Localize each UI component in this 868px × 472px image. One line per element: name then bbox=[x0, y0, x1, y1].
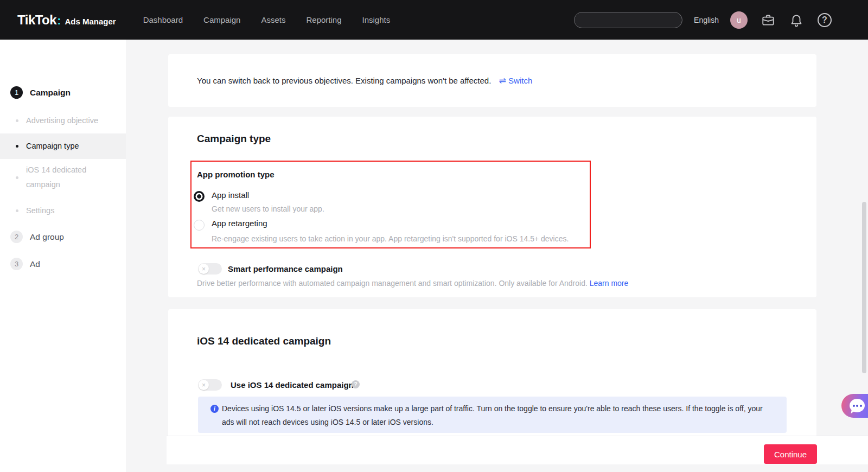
chat-support-fab[interactable] bbox=[841, 394, 868, 418]
sidebar-step-ad[interactable]: 3 Ad bbox=[0, 258, 126, 270]
radio-app-install-description: Get new users to install your app. bbox=[212, 205, 324, 213]
toggle-off-x-icon: × bbox=[199, 264, 209, 274]
app-promotion-type-label: App promotion type bbox=[197, 170, 275, 179]
radio-app-retargeting-description: Re-engage existing users to take action … bbox=[212, 234, 569, 243]
bullet-dot-icon bbox=[16, 176, 18, 179]
nav-assets[interactable]: Assets bbox=[261, 15, 285, 24]
campaign-type-heading: Campaign type bbox=[197, 133, 271, 145]
main-nav: Dashboard Campaign Assets Reporting Insi… bbox=[143, 15, 391, 24]
smart-performance-description: Drive better performance with automated … bbox=[197, 279, 588, 288]
vertical-scrollbar[interactable] bbox=[862, 202, 866, 373]
nav-insights[interactable]: Insights bbox=[362, 15, 391, 24]
swap-arrows-icon: ⇌ bbox=[499, 76, 506, 85]
sidebar-item-ios14-dedicated-campaign[interactable]: iOS 14 dedicated campaign bbox=[0, 160, 126, 195]
logo-product-name: Ads Manager bbox=[65, 17, 116, 26]
bullet-dot-icon bbox=[16, 119, 18, 122]
sidebar-item-advertising-objective[interactable]: Advertising objective bbox=[0, 113, 126, 127]
sidebar: 1 Campaign Advertising objective Campaig… bbox=[0, 40, 126, 472]
campaign-type-card: Campaign type App promotion type App ins… bbox=[168, 117, 816, 297]
learn-more-link[interactable]: Learn more bbox=[590, 279, 629, 288]
bullet-dot-icon bbox=[16, 145, 18, 148]
step-number-badge: 1 bbox=[10, 86, 23, 99]
footer-action-bar: Continue bbox=[167, 436, 868, 464]
sidebar-step-campaign[interactable]: 1 Campaign bbox=[0, 86, 126, 99]
step-label: Campaign bbox=[30, 88, 71, 98]
ios14-info-box: i Devices using iOS 14.5 or later iOS ve… bbox=[198, 397, 787, 433]
toggle-off-x-icon: × bbox=[199, 380, 209, 390]
radio-app-install-label[interactable]: App install bbox=[212, 190, 249, 200]
top-bar: TikTok : Ads Manager Dashboard Campaign … bbox=[0, 0, 868, 40]
avatar[interactable]: u bbox=[730, 11, 748, 29]
ios14-help-tooltip-icon[interactable]: ? bbox=[352, 380, 360, 388]
smart-performance-label: Smart performance campaign bbox=[228, 264, 343, 273]
use-ios14-label: Use iOS 14 dedicated campaign bbox=[231, 380, 354, 390]
notice-text: You can switch back to previous objectiv… bbox=[197, 76, 491, 85]
ios14-dedicated-campaign-card: iOS 14 dedicated campaign × Use iOS 14 d… bbox=[168, 309, 816, 436]
logo-wordmark: TikTok bbox=[17, 12, 56, 28]
chat-bubble-icon bbox=[850, 399, 865, 412]
sidebar-item-label: Campaign type bbox=[26, 139, 79, 154]
workspace-briefcase-icon[interactable] bbox=[761, 12, 776, 28]
tiktok-logo: TikTok : Ads Manager bbox=[17, 12, 116, 28]
notifications-bell-icon[interactable] bbox=[789, 12, 804, 28]
radio-app-retargeting-label[interactable]: App retargeting bbox=[212, 219, 267, 228]
continue-button[interactable]: Continue bbox=[764, 444, 817, 464]
top-bar-right: English u ? bbox=[574, 0, 868, 40]
step-number-badge: 3 bbox=[10, 258, 23, 270]
smart-performance-toggle[interactable]: × bbox=[198, 263, 222, 275]
use-ios14-toggle[interactable]: × bbox=[198, 379, 222, 391]
objective-switch-notice-card: You can switch back to previous objectiv… bbox=[168, 54, 816, 107]
radio-app-retargeting[interactable] bbox=[194, 220, 205, 231]
ios14-info-text: Devices using iOS 14.5 or later iOS vers… bbox=[222, 402, 769, 429]
sidebar-item-label: Settings bbox=[26, 203, 54, 218]
sidebar-item-label: iOS 14 dedicated campaign bbox=[26, 163, 97, 192]
radio-app-install[interactable] bbox=[194, 191, 205, 202]
step-number-badge: 2 bbox=[10, 231, 23, 243]
step-label: Ad bbox=[30, 259, 40, 269]
info-icon: i bbox=[210, 405, 219, 413]
sidebar-item-campaign-type[interactable]: Campaign type bbox=[0, 133, 126, 159]
ios14-heading: iOS 14 dedicated campaign bbox=[197, 335, 331, 347]
sidebar-item-settings[interactable]: Settings bbox=[0, 203, 126, 218]
nav-dashboard[interactable]: Dashboard bbox=[143, 15, 183, 24]
sidebar-item-label: Advertising objective bbox=[26, 113, 98, 128]
sidebar-step-ad-group[interactable]: 2 Ad group bbox=[0, 231, 126, 243]
nav-campaign[interactable]: Campaign bbox=[203, 15, 240, 24]
logo-colon: : bbox=[57, 14, 61, 28]
step-label: Ad group bbox=[30, 232, 64, 242]
nav-reporting[interactable]: Reporting bbox=[306, 15, 341, 24]
search-input[interactable] bbox=[574, 12, 682, 28]
bullet-dot-icon bbox=[16, 209, 18, 212]
language-selector[interactable]: English bbox=[694, 16, 719, 24]
switch-link[interactable]: Switch bbox=[508, 76, 532, 85]
help-icon[interactable]: ? bbox=[817, 12, 832, 28]
